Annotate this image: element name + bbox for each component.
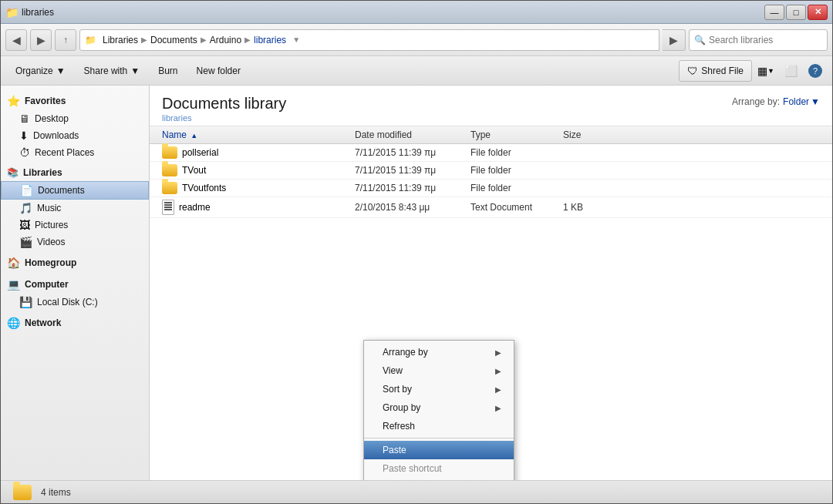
network-icon: 🌐 bbox=[7, 317, 20, 329]
libraries-icon: 📚 bbox=[7, 167, 19, 178]
library-title: Documents library bbox=[162, 95, 820, 113]
organize-arrow-icon: ▼ bbox=[56, 66, 66, 76]
status-item-count: 4 items bbox=[41, 487, 71, 498]
column-header-type[interactable]: Type bbox=[470, 129, 563, 140]
toolbar: Organize ▼ Share with ▼ Burn New folder … bbox=[1, 56, 832, 86]
breadcrumb-arduino[interactable]: Arduino bbox=[207, 33, 245, 47]
documents-folder-icon: 📄 bbox=[20, 184, 33, 197]
preview-pane-button[interactable]: ⬜ bbox=[780, 60, 801, 82]
column-type-label: Type bbox=[470, 129, 491, 140]
close-button[interactable]: ✕ bbox=[808, 5, 828, 20]
view-options-button[interactable]: ▦ ▼ bbox=[755, 60, 777, 82]
desktop-icon: 🖥 bbox=[19, 113, 30, 125]
sidebar-item-videos[interactable]: 🎬 Videos bbox=[1, 234, 149, 250]
address-bar[interactable]: 📁 Libraries ▶ Documents ▶ Arduino ▶ libr… bbox=[79, 29, 659, 51]
search-input[interactable] bbox=[709, 35, 822, 45]
burn-label: Burn bbox=[158, 66, 177, 76]
sidebar-computer-label: Computer bbox=[25, 279, 69, 290]
breadcrumb-documents[interactable]: Documents bbox=[147, 33, 201, 47]
sidebar-item-documents[interactable]: 📄 Documents bbox=[1, 181, 149, 200]
new-folder-label: New folder bbox=[197, 66, 241, 76]
search-icon: 🔍 bbox=[694, 35, 706, 45]
column-header-name[interactable]: Name ▲ bbox=[162, 129, 355, 140]
organize-button[interactable]: Organize ▼ bbox=[7, 60, 74, 82]
breadcrumb-libraries[interactable]: Libraries bbox=[99, 33, 141, 47]
table-row[interactable]: TVoutfonts 7/11/2015 11:39 πμ File folde… bbox=[150, 180, 832, 197]
new-folder-button[interactable]: New folder bbox=[188, 60, 249, 82]
computer-icon: 💻 bbox=[7, 278, 20, 291]
downloads-icon: ⬇ bbox=[19, 129, 29, 142]
maximize-button[interactable]: □ bbox=[786, 5, 806, 20]
organize-label: Organize bbox=[15, 66, 53, 76]
sidebar-section-libraries: 📚 Libraries 📄 Documents 🎵 Music 🖼 Pictur… bbox=[1, 164, 149, 250]
sidebar-item-recent-places[interactable]: ⏱ Recent Places bbox=[1, 144, 149, 161]
context-menu-item-group-by[interactable]: Group by ▶ bbox=[364, 398, 514, 417]
window-title: libraries bbox=[22, 7, 54, 18]
shred-file-button[interactable]: 🛡 Shred File bbox=[679, 60, 752, 82]
context-menu-item-undo-move[interactable]: Undo Move Ctrl+Z bbox=[364, 478, 514, 480]
ctx-refresh-label: Refresh bbox=[383, 421, 415, 432]
file-type: File folder bbox=[470, 165, 563, 176]
minimize-button[interactable]: — bbox=[764, 5, 784, 20]
sidebar-header-libraries[interactable]: 📚 Libraries bbox=[1, 164, 149, 181]
file-label: TVoutfonts bbox=[182, 183, 226, 193]
sidebar-homegroup-label: Homegroup bbox=[25, 257, 76, 268]
forward-button[interactable]: ▶ bbox=[30, 29, 52, 51]
table-row[interactable]: pollserial 7/11/2015 11:39 πμ File folde… bbox=[150, 144, 832, 162]
context-menu-item-view[interactable]: View ▶ bbox=[364, 361, 514, 380]
file-name-readme: readme bbox=[162, 200, 355, 215]
context-menu-item-sort-by[interactable]: Sort by ▶ bbox=[364, 380, 514, 398]
sidebar-item-local-disk[interactable]: 💾 Local Disk (C:) bbox=[1, 294, 149, 311]
folder-icon bbox=[162, 146, 177, 159]
file-size: 1 KB bbox=[563, 202, 625, 213]
breadcrumb-libraries-active[interactable]: libraries bbox=[251, 33, 289, 47]
nav-bar: ◀ ▶ ↑ 📁 Libraries ▶ Documents ▶ Arduino … bbox=[1, 24, 832, 56]
window-icon: 📁 bbox=[5, 6, 19, 18]
sidebar-item-desktop[interactable]: 🖥 Desktop bbox=[1, 110, 149, 127]
search-bar[interactable]: 🔍 bbox=[689, 29, 828, 51]
up-button[interactable]: ↑ bbox=[55, 29, 76, 51]
context-menu-item-refresh[interactable]: Refresh bbox=[364, 417, 514, 435]
file-date: 7/11/2015 11:39 πμ bbox=[355, 183, 470, 193]
sidebar-section-network: 🌐 Network bbox=[1, 314, 149, 332]
explorer-window: 📁 libraries — □ ✕ ◀ ▶ ↑ 📁 Libraries ▶ Do… bbox=[0, 0, 833, 504]
sidebar-section-favorites: ⭐ Favorites 🖥 Desktop ⬇ Downloads ⏱ Rece… bbox=[1, 92, 149, 161]
ctx-sort-by-label: Sort by bbox=[383, 384, 412, 395]
status-folder-icon bbox=[13, 485, 32, 500]
go-button[interactable]: ▶ bbox=[663, 29, 686, 51]
column-size-label: Size bbox=[563, 129, 581, 140]
back-button[interactable]: ◀ bbox=[5, 29, 27, 51]
column-date-label: Date modified bbox=[355, 129, 412, 140]
sidebar-videos-label: Videos bbox=[37, 237, 65, 247]
pictures-icon: 🖼 bbox=[19, 219, 30, 231]
sidebar-header-network[interactable]: 🌐 Network bbox=[1, 314, 149, 332]
table-row[interactable]: TVout 7/11/2015 11:39 πμ File folder bbox=[150, 162, 832, 180]
sidebar-favorites-label: Favorites bbox=[25, 96, 66, 106]
sidebar-header-homegroup[interactable]: 🏠 Homegroup bbox=[1, 254, 149, 272]
context-menu-item-arrange-by[interactable]: Arrange by ▶ bbox=[364, 343, 514, 361]
sidebar-header-computer[interactable]: 💻 Computer bbox=[1, 275, 149, 294]
share-with-label: Share with bbox=[84, 66, 128, 76]
sidebar-pictures-label: Pictures bbox=[35, 220, 68, 230]
table-row[interactable]: readme 2/10/2015 8:43 μμ Text Document 1… bbox=[150, 197, 832, 218]
sidebar-item-downloads[interactable]: ⬇ Downloads bbox=[1, 127, 149, 144]
sidebar-item-pictures[interactable]: 🖼 Pictures bbox=[1, 217, 149, 234]
column-header-size[interactable]: Size bbox=[563, 129, 625, 140]
share-with-button[interactable]: Share with ▼ bbox=[76, 60, 149, 82]
context-menu-item-paste-shortcut[interactable]: Paste shortcut bbox=[364, 459, 514, 478]
sidebar-desktop-label: Desktop bbox=[35, 113, 69, 124]
file-list: pollserial 7/11/2015 11:39 πμ File folde… bbox=[150, 144, 832, 218]
arrange-by-value: Folder bbox=[783, 96, 809, 107]
file-name-tvoutfonts: TVoutfonts bbox=[162, 182, 355, 194]
column-header-date[interactable]: Date modified bbox=[355, 129, 470, 140]
sidebar-header-favorites[interactable]: ⭐ Favorites bbox=[1, 92, 149, 110]
file-list-header: Name ▲ Date modified Type Size bbox=[150, 126, 832, 144]
help-button[interactable]: ? bbox=[804, 60, 826, 82]
burn-button[interactable]: Burn bbox=[150, 60, 186, 82]
arrange-by-button[interactable]: Folder ▼ bbox=[783, 96, 820, 107]
context-menu-separator bbox=[364, 438, 514, 438]
sidebar-recent-places-label: Recent Places bbox=[35, 147, 94, 158]
ctx-arrange-by-label: Arrange by bbox=[383, 347, 428, 358]
sidebar-item-music[interactable]: 🎵 Music bbox=[1, 200, 149, 217]
context-menu-item-paste[interactable]: Paste bbox=[364, 441, 514, 459]
